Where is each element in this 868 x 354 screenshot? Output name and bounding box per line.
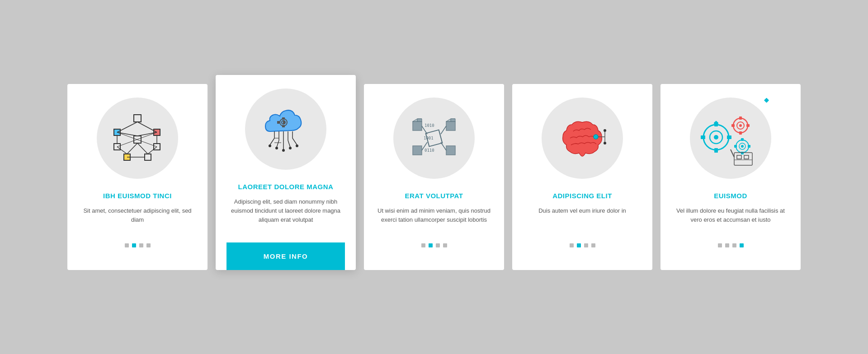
svg-point-39 bbox=[282, 149, 285, 152]
dot-3-1 bbox=[429, 243, 433, 247]
svg-point-63 bbox=[604, 129, 606, 132]
card-title-1: IBH EUISMOD TINCI bbox=[103, 191, 172, 200]
svg-line-32 bbox=[270, 138, 274, 145]
dot-1-0 bbox=[125, 243, 129, 247]
svg-rect-49 bbox=[446, 121, 455, 130]
svg-point-65 bbox=[604, 142, 606, 144]
blockchain-icon: 1010 1001 0110 bbox=[405, 109, 463, 168]
dots-4 bbox=[570, 235, 595, 257]
icon-circle-1 bbox=[97, 98, 178, 179]
svg-marker-53 bbox=[417, 119, 422, 121]
dots-5 bbox=[718, 235, 744, 257]
svg-rect-0 bbox=[134, 115, 141, 122]
icon-circle-4 bbox=[542, 98, 623, 179]
svg-text:1001: 1001 bbox=[424, 136, 434, 140]
svg-rect-80 bbox=[731, 124, 735, 127]
brain-icon bbox=[553, 109, 612, 168]
svg-line-9 bbox=[137, 122, 157, 132]
svg-point-41 bbox=[296, 144, 298, 147]
svg-rect-50 bbox=[413, 146, 422, 155]
svg-text:0110: 0110 bbox=[425, 148, 434, 153]
cloud-circuit-icon bbox=[256, 100, 315, 158]
svg-point-60 bbox=[594, 135, 598, 139]
card-title-5: EUISMOD bbox=[714, 191, 747, 200]
dots-3 bbox=[421, 235, 447, 257]
dot-5-1 bbox=[725, 243, 729, 247]
svg-line-8 bbox=[117, 122, 137, 132]
cards-container: IBH EUISMOD TINCI Sit amet, consectetuer… bbox=[40, 66, 828, 289]
svg-rect-81 bbox=[746, 124, 750, 127]
svg-rect-90 bbox=[737, 155, 741, 159]
dot-3-2 bbox=[436, 243, 440, 247]
svg-rect-88 bbox=[748, 145, 750, 148]
card-desc-2: Adipiscing elit, sed diam nonummy nibh e… bbox=[226, 197, 345, 224]
dot-5-3 bbox=[740, 243, 744, 247]
svg-line-35 bbox=[288, 140, 290, 147]
svg-rect-85 bbox=[741, 138, 744, 141]
icon-circle-3: 1010 1001 0110 bbox=[393, 98, 475, 179]
svg-rect-71 bbox=[701, 135, 705, 139]
card-desc-1: Sit amet, consectetuer adipiscing elit, … bbox=[78, 206, 197, 224]
svg-rect-91 bbox=[744, 155, 749, 159]
svg-line-57 bbox=[441, 126, 446, 134]
svg-line-33 bbox=[277, 140, 279, 147]
card-gears: EUISMOD Vel illum dolore eu feugiat null… bbox=[660, 84, 801, 270]
card-desc-3: Ut wisi enim ad minim veniam, quis nostr… bbox=[375, 206, 493, 224]
svg-rect-72 bbox=[727, 135, 731, 139]
svg-point-68 bbox=[714, 135, 718, 140]
card-blockchain: 1010 1001 0110 ERAT VOLUTPAT bbox=[364, 84, 504, 270]
svg-point-40 bbox=[289, 147, 292, 149]
svg-rect-78 bbox=[739, 116, 742, 120]
dot-3-0 bbox=[421, 243, 425, 247]
svg-text:1010: 1010 bbox=[425, 123, 434, 128]
card-cloud-circuit: LAOREET DOLORE MAGNA Adipiscing elit, se… bbox=[216, 75, 356, 270]
svg-rect-87 bbox=[734, 145, 737, 148]
dot-1-3 bbox=[146, 243, 151, 247]
dot-4-0 bbox=[570, 243, 574, 247]
svg-point-77 bbox=[739, 124, 742, 127]
dot-3-3 bbox=[443, 243, 447, 247]
svg-rect-48 bbox=[413, 121, 422, 130]
dot-4-2 bbox=[584, 243, 588, 247]
svg-line-17 bbox=[127, 143, 137, 154]
dot-5-0 bbox=[718, 243, 722, 247]
icon-circle-5 bbox=[690, 98, 771, 179]
svg-rect-86 bbox=[741, 152, 744, 154]
card-title-3: ERAT VOLUTPAT bbox=[405, 191, 463, 200]
dot-1-2 bbox=[139, 243, 143, 247]
svg-rect-74 bbox=[764, 98, 769, 102]
svg-rect-70 bbox=[714, 148, 718, 153]
svg-line-36 bbox=[292, 138, 297, 145]
icon-circle-2 bbox=[245, 88, 326, 170]
dot-1-1 bbox=[132, 243, 136, 247]
svg-line-18 bbox=[137, 143, 148, 154]
svg-line-59 bbox=[441, 142, 446, 150]
dot-4-1 bbox=[577, 243, 581, 247]
card-desc-5: Vel illum dolore eu feugiat nulla facili… bbox=[671, 206, 790, 224]
card-brain: ADIPISCING ELIT Duis autem vel eum iriur… bbox=[512, 84, 652, 270]
more-info-button[interactable]: MORE INFO bbox=[226, 242, 345, 270]
svg-point-84 bbox=[741, 145, 744, 148]
svg-rect-6 bbox=[145, 154, 151, 160]
svg-rect-24 bbox=[282, 125, 285, 127]
card-neural-network: IBH EUISMOD TINCI Sit amet, consectetuer… bbox=[67, 84, 208, 270]
svg-point-38 bbox=[275, 147, 278, 149]
svg-rect-51 bbox=[446, 146, 455, 155]
gears-icon bbox=[699, 107, 762, 170]
dot-4-3 bbox=[591, 243, 595, 247]
neural-network-icon bbox=[110, 111, 165, 165]
card-title-4: ADIPISCING ELIT bbox=[552, 191, 612, 200]
card-desc-4: Duis autem vel eum iriure dolor in bbox=[538, 206, 626, 215]
svg-rect-26 bbox=[283, 121, 285, 124]
dot-5-2 bbox=[732, 243, 736, 247]
svg-rect-23 bbox=[282, 117, 285, 120]
svg-line-93 bbox=[731, 149, 734, 157]
svg-rect-25 bbox=[277, 121, 279, 124]
dots-1 bbox=[125, 235, 151, 257]
svg-point-37 bbox=[269, 144, 271, 147]
card-title-2: LAOREET DOLORE MAGNA bbox=[238, 182, 334, 191]
svg-rect-79 bbox=[739, 131, 742, 135]
svg-marker-55 bbox=[451, 119, 455, 121]
